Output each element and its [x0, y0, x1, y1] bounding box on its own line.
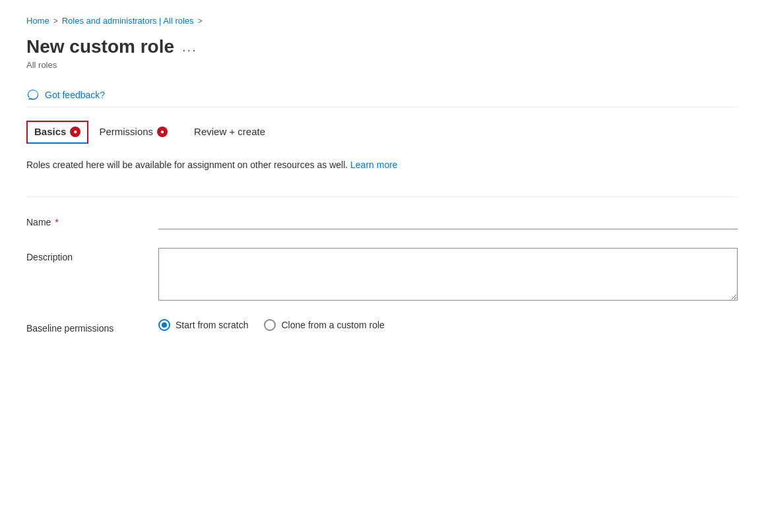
tab-review-create[interactable]: Review + create	[194, 121, 281, 144]
breadcrumb-home[interactable]: Home	[26, 16, 49, 26]
tab-review-create-label: Review + create	[194, 126, 265, 137]
name-label: Name *	[26, 213, 158, 227]
feedback-label[interactable]: Got feedback?	[45, 90, 105, 100]
tab-basics-label: Basics	[34, 126, 66, 137]
radio-scratch-label: Start from scratch	[175, 320, 248, 330]
name-row: Name *	[26, 213, 738, 229]
form-section: Name * Description Baseline permissions …	[26, 213, 738, 334]
tabs-container: Basics ● Permissions ● Review + create	[26, 121, 738, 144]
name-input[interactable]	[158, 213, 738, 229]
info-text: Roles created here will be available for…	[26, 154, 738, 175]
feedback-icon	[26, 88, 40, 102]
learn-more-link[interactable]: Learn more	[350, 160, 398, 170]
radio-clone[interactable]: Clone from a custom role	[264, 319, 384, 331]
tab-basics-error: ●	[70, 127, 80, 137]
radio-scratch[interactable]: Start from scratch	[158, 319, 248, 331]
radio-clone-indicator[interactable]	[264, 319, 276, 331]
page-title: New custom role	[26, 36, 174, 57]
breadcrumb-roles[interactable]: Roles and administrators | All roles	[62, 16, 194, 26]
radio-clone-label: Clone from a custom role	[281, 320, 384, 330]
breadcrumb: Home > Roles and administrators | All ro…	[26, 16, 738, 26]
description-row: Description	[26, 248, 738, 301]
form-divider	[26, 196, 738, 197]
breadcrumb-separator-1: >	[53, 16, 58, 26]
page-title-menu[interactable]: ...	[182, 40, 197, 55]
tab-permissions[interactable]: Permissions ●	[99, 121, 183, 144]
tab-permissions-error: ●	[157, 127, 168, 137]
info-text-content: Roles created here will be available for…	[26, 160, 348, 170]
page-subtitle: All roles	[26, 60, 738, 70]
breadcrumb-separator-2: >	[198, 16, 203, 26]
tab-basics[interactable]: Basics ●	[26, 121, 88, 144]
baseline-row: Baseline permissions Start from scratch …	[26, 319, 738, 334]
radio-scratch-indicator[interactable]	[158, 319, 170, 331]
description-label: Description	[26, 248, 158, 262]
baseline-label: Baseline permissions	[26, 319, 158, 334]
feedback-bar[interactable]: Got feedback?	[26, 83, 738, 107]
page-title-container: New custom role ...	[26, 36, 738, 57]
name-required-star: *	[52, 217, 58, 227]
baseline-radio-group: Start from scratch Clone from a custom r…	[158, 319, 738, 331]
description-input[interactable]	[158, 248, 738, 301]
tab-permissions-label: Permissions	[99, 126, 153, 137]
